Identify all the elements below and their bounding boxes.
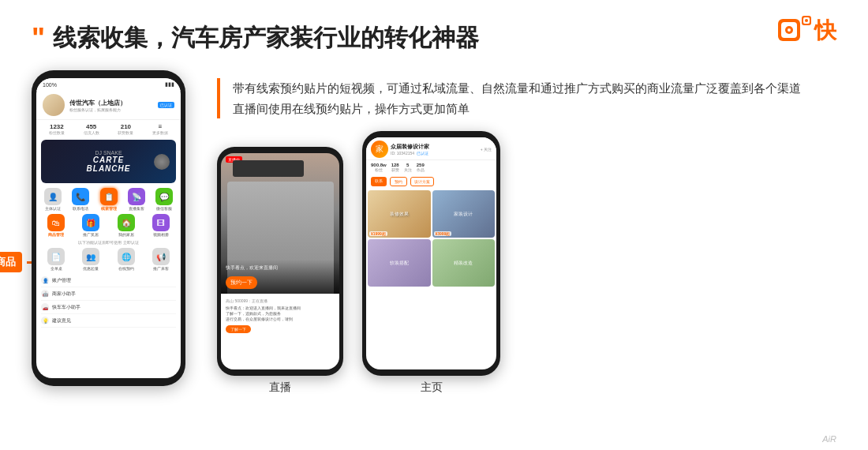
icon-label-goods: 商品管理 (48, 232, 64, 237)
icon-label-home: 我的家居 (118, 232, 134, 237)
profile-avatar (43, 94, 65, 116)
right-follow-btn[interactable]: + 关注 (481, 147, 492, 152)
phone-icon-row-3: 📄 全单桌 👥 优惠起量 🌐 在线预约 📢 推广来客 (36, 246, 181, 272)
icon-item-wechat[interactable]: 💬 微信客服 (152, 188, 178, 211)
stat-fans: 1232 粉丝数量 (43, 123, 71, 135)
icon-item-leads[interactable]: 📋 线索管理 (95, 188, 122, 211)
live-caption: 直播 (217, 381, 343, 395)
list-item-assistant[interactable]: 🤖 商家小助手 (41, 287, 176, 301)
list-icon-car: 🚗 (41, 303, 49, 311)
live-stats: 高山 500099：正在直播 (226, 297, 335, 305)
right-stat-4: 259 作品 (417, 163, 425, 172)
icon-home: 🏠 (118, 214, 135, 231)
icon-label-leads: 线索管理 (101, 206, 117, 211)
logo-text: 快 (814, 16, 836, 46)
footer-watermark: AiR (822, 434, 836, 444)
stat-more: ≡ 更多数据 (146, 123, 174, 135)
desc-line2: 直播间使用在线预约贴片，操作方式更加简单 (233, 99, 844, 119)
left-phone-frame: 100% ▮▮▮ 传世汽车（上地店） 粉丝服务认证，拓展服务能力 已认证 123… (32, 70, 185, 386)
grid-item-1: 装修效果 ¥1999起 (368, 190, 431, 238)
icon-label-fans2: 优惠起量 (83, 266, 99, 271)
kuaishou-logo-icon (778, 16, 811, 46)
right-stat-1: 900.8w 粉丝 (371, 163, 387, 172)
left-phone-screen: 100% ▮▮▮ 传世汽车（上地店） 粉丝服务认证，拓展服务能力 已认证 123… (36, 78, 181, 378)
list-icon-suggest: 💡 (41, 317, 49, 324)
contact-button[interactable]: 联系 (371, 177, 387, 186)
design-btn[interactable]: 设计方案 (410, 177, 434, 186)
icon-label-video: 视频相册 (153, 232, 169, 237)
icon-item-online[interactable]: 🌐 在线预约 (110, 248, 143, 271)
live-screen-sim (233, 160, 304, 177)
profile-info: 传世汽车（上地店） 粉丝服务认证，拓展服务能力 (69, 99, 153, 112)
right-stat-2: 128 获赞 (391, 163, 399, 172)
profile-desc: 粉丝服务认证，拓展服务能力 (69, 107, 153, 112)
icon-item-home[interactable]: 🏠 我的家居 (110, 214, 143, 237)
grid-item-3: 软装搭配 (368, 239, 431, 287)
icon-item-ads[interactable]: 📢 推广来客 (144, 248, 178, 271)
icon-label-wechat: 微信客服 (156, 206, 172, 211)
icon-leads: 📋 (100, 188, 118, 205)
right-stat-3: 5 关注 (404, 163, 412, 172)
right-verified-text: 已认证 (417, 151, 428, 156)
right-profile-name: 众届装修设计家 (391, 143, 429, 151)
list-label-account: 账户管理 (52, 277, 71, 284)
icon-item-video[interactable]: 🎞 视频相册 (144, 214, 178, 237)
appointment-button[interactable]: 预约 (390, 177, 407, 186)
live-phone-container: 直播中 快手看点，欢迎来直播间 预约一下 高山 (217, 147, 343, 395)
icon-promo: 🎁 (82, 214, 99, 231)
icon-item-goods[interactable]: 🛍 商品管理 (39, 214, 73, 237)
grid-item-4: 精装改造 (432, 239, 496, 287)
list-label-suggest: 建议意见 (52, 317, 71, 324)
icon-goods: 🛍 (47, 214, 65, 231)
icon-wechat: 💬 (155, 188, 173, 205)
icon-online: 🌐 (118, 248, 135, 265)
live-overlay: 快手看点，欢迎来直播间 预约一下 (221, 260, 339, 294)
live-phone-screen: 直播中 快手看点，欢迎来直播间 预约一下 高山 (221, 153, 339, 369)
icon-phone: 📞 (72, 188, 89, 205)
stat-likes: 210 获赞数量 (112, 123, 140, 135)
list-icon-account: 👤 (41, 276, 49, 284)
live-comments: 快手看点：欢迎进入直播间，我来这直播间了解一下，选购款式，为您服务进行交易，在众… (226, 305, 335, 323)
icon-fans2: 👥 (82, 248, 99, 265)
icon-item-orders[interactable]: 📄 全单桌 (39, 248, 73, 271)
right-contact-area: 联系 预约 设计方案 (366, 174, 496, 189)
icon-label-ads: 推广来客 (153, 266, 169, 271)
svg-point-6 (805, 19, 808, 22)
banner-dj-label: DJ SNAKE (87, 150, 131, 156)
profile-name: 传世汽车（上地店） (69, 99, 153, 107)
icon-label-auth: 主体认证 (45, 206, 61, 211)
list-item-car[interactable]: 🚗 快车车小助手 (41, 301, 176, 314)
phone-icon-row-1: 👤 主体认证 📞 联系电话 📋 线索管理 📡 直播集客 (36, 185, 181, 212)
icon-label-promo: 推广奖居 (83, 232, 99, 237)
home-phone-screen: 家 众届装修设计家 ID: 10342154 已认证 + 关注 (366, 137, 496, 369)
list-item-suggest[interactable]: 💡 建议意见 (41, 314, 176, 328)
stat-flow: 455 信流人数 (77, 123, 106, 135)
status-time: 100% (43, 82, 57, 88)
status-icons: ▮▮▮ (165, 81, 174, 88)
list-icon-assistant: 🤖 (41, 290, 49, 298)
icon-label-orders: 全单桌 (51, 266, 62, 271)
icon-item-phone[interactable]: 📞 联系电话 (67, 188, 93, 211)
icon-live: 📡 (128, 188, 145, 205)
icon-item-fans2[interactable]: 👥 优惠起量 (74, 248, 107, 271)
phone-verify-text: 以下功能认证后即可使用 立即认证 (36, 238, 181, 246)
live-bottom-bar: 高山 500099：正在直播 快手看点：欢迎进入直播间，我来这直播间了解一下，选… (221, 294, 339, 369)
icon-item-promo[interactable]: 🎁 推广奖居 (74, 214, 107, 237)
phone-icon-row-2: 🛍 商品管理 🎁 推广奖居 🏠 我的家居 🎞 视频相册 (36, 212, 181, 238)
live-action-btns: 了解一下 (226, 325, 335, 333)
description-block: 带有线索预约贴片的短视频，可通过私域流量、自然流量和通过推广方式购买的商业流量广… (217, 78, 844, 118)
icon-item-live[interactable]: 📡 直播集客 (123, 188, 149, 211)
upload-label: 上传商品 (0, 252, 22, 272)
right-profile-avatar: 家 (371, 141, 388, 158)
live-cta-button[interactable]: 预约一下 (226, 276, 257, 289)
grid-price-1: ¥1999起 (369, 231, 387, 236)
desc-line1: 带有线索预约贴片的短视频，可通过私域流量、自然流量和通过推广方式购买的商业流量广… (233, 78, 844, 99)
main-content: 上传商品 管理 线索 100% ▮▮▮ 传世汽车（上地店） (0, 62, 868, 395)
list-item-account[interactable]: 👤 账户管理 (41, 274, 176, 287)
right-screen-stats: 900.8w 粉丝 128 获赞 5 关注 (366, 160, 496, 174)
live-learn-btn[interactable]: 了解一下 (226, 325, 251, 333)
icon-item-auth[interactable]: 👤 主体认证 (39, 188, 65, 211)
home-caption: 主页 (362, 381, 500, 395)
home-phone-container: 家 众届装修设计家 ID: 10342154 已认证 + 关注 (362, 131, 500, 395)
phone-stats: 1232 粉丝数量 455 信流人数 210 获赞数量 ≡ 更多数据 (36, 120, 181, 138)
